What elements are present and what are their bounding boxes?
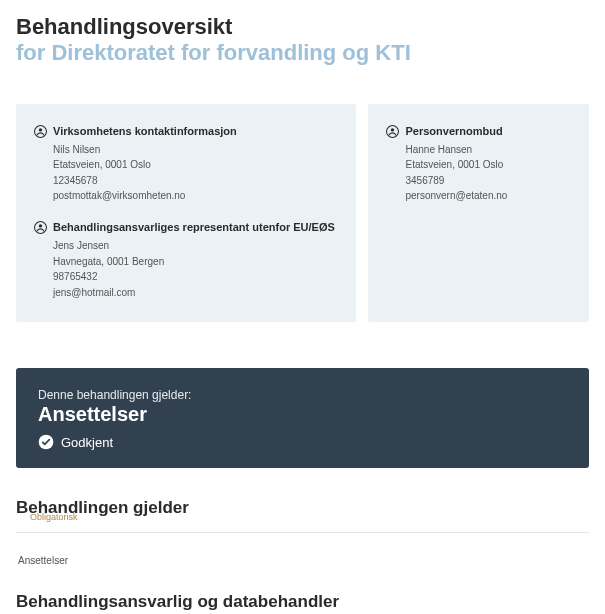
page-title: Behandlingsoversikt [16, 14, 589, 39]
contact-section-rep: Behandlingsansvarliges representant uten… [34, 220, 338, 300]
dpo-heading: Personvernombud [386, 124, 571, 138]
contact-line: Havnegata, 0001 Bergen [34, 254, 338, 270]
treatment-label: Denne behandlingen gjelder: [38, 388, 567, 402]
divider [16, 532, 589, 533]
contact-line: Etatsveien, 0001 Oslo [34, 157, 338, 173]
person-circle-icon [34, 221, 47, 234]
person-circle-icon [386, 125, 399, 138]
treatment-status-label: Godkjent [61, 435, 113, 450]
contact-line: personvern@etaten.no [386, 188, 571, 204]
treatment-status: Godkjent [38, 434, 567, 450]
contact-heading-label: Virksomhetens kontaktinformasjon [53, 124, 237, 138]
contact-info-card: Virksomhetens kontaktinformasjon Nils Ni… [16, 104, 356, 323]
dpo-card: Personvernombud Hanne Hansen Etatsveien,… [368, 104, 589, 323]
contact-line: postmottak@virksomheten.no [34, 188, 338, 204]
contact-line: 98765432 [34, 269, 338, 285]
page-subtitle: for Direktoratet for forvandling og KTI [16, 40, 589, 65]
contact-line: Hanne Hansen [386, 142, 571, 158]
dpo-heading-label: Personvernombud [405, 124, 502, 138]
treatment-panel: Denne behandlingen gjelder: Ansettelser … [16, 368, 589, 468]
contact-line: Etatsveien, 0001 Oslo [386, 157, 571, 173]
section-responsible-title: Behandlingsansvarlig og databehandler [16, 592, 589, 612]
contact-line: 12345678 [34, 173, 338, 189]
contact-line: Jens Jensen [34, 238, 338, 254]
dpo-section: Personvernombud Hanne Hansen Etatsveien,… [386, 124, 571, 204]
person-circle-icon [34, 125, 47, 138]
section-applies-title: Behandlingen gjelder Obligatorisk [16, 498, 589, 518]
applies-value: Ansettelser [16, 555, 589, 566]
contact-section-org: Virksomhetens kontaktinformasjon Nils Ni… [34, 124, 338, 204]
rep-heading-label: Behandlingsansvarliges representant uten… [53, 220, 335, 234]
contact-heading: Virksomhetens kontaktinformasjon [34, 124, 338, 138]
obligatory-tag: Obligatorisk [30, 512, 78, 522]
treatment-name: Ansettelser [38, 403, 567, 426]
contact-line: 3456789 [386, 173, 571, 189]
check-circle-icon [38, 434, 54, 450]
svg-point-1 [39, 128, 42, 131]
svg-point-3 [39, 224, 42, 227]
contact-line: jens@hotmail.com [34, 285, 338, 301]
rep-heading: Behandlingsansvarliges representant uten… [34, 220, 338, 234]
contact-line: Nils Nilsen [34, 142, 338, 158]
info-cards-row: Virksomhetens kontaktinformasjon Nils Ni… [16, 104, 589, 323]
svg-point-5 [391, 128, 394, 131]
